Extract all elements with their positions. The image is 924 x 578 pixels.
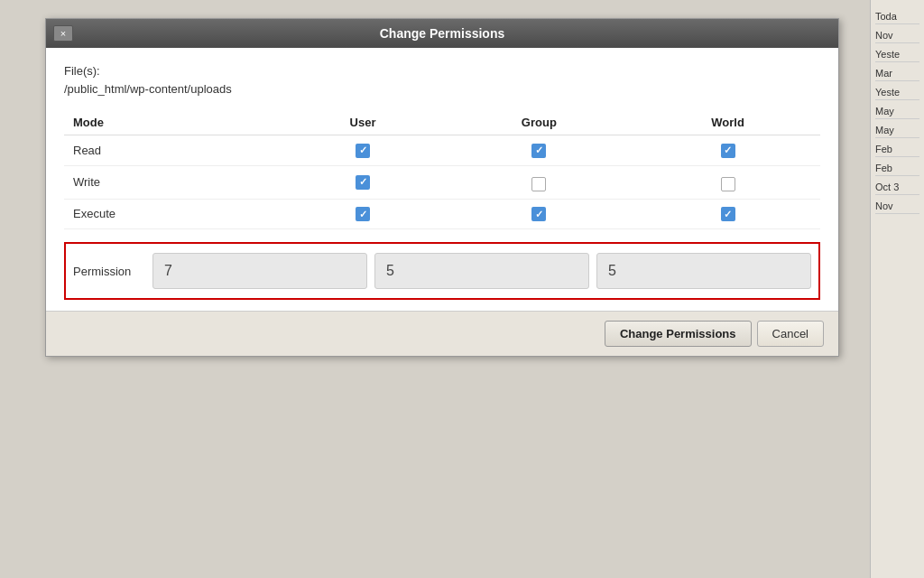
cell-read-world[interactable]: ✓ — [635, 135, 820, 166]
checkbox-write-world[interactable] — [721, 177, 735, 191]
sidebar-item-3: Yeste — [875, 47, 919, 62]
cell-read-user[interactable]: ✓ — [282, 135, 442, 166]
checkmark: ✓ — [359, 210, 367, 219]
close-button[interactable]: × — [53, 25, 73, 42]
dialog-body: File(s): /public_html/wp-content/uploads… — [46, 48, 838, 311]
permissions-table-container: Mode User Group World Read ✓ — [64, 110, 820, 229]
checkmark: ✓ — [535, 145, 543, 155]
sidebar-item-8: Feb — [875, 142, 919, 157]
file-path-label: File(s): /public_html/wp-content/uploads — [64, 62, 820, 98]
sidebar-item-4: Mar — [875, 66, 919, 81]
checkmark: ✓ — [359, 177, 367, 187]
cell-write-group[interactable] — [443, 165, 636, 199]
permission-inputs-row: Permission — [64, 242, 820, 300]
sidebar-item-2: Nov — [875, 28, 919, 43]
change-permissions-button[interactable]: Change Permissions — [605, 321, 752, 347]
dialog-title: Change Permissions — [380, 26, 505, 41]
col-header-group: Group — [443, 110, 636, 135]
col-header-world: World — [635, 110, 820, 135]
col-header-mode: Mode — [64, 110, 282, 135]
sidebar-item-5: Yeste — [875, 85, 919, 100]
row-label-write: Write — [64, 165, 282, 199]
sidebar-item-10: Oct 3 — [875, 180, 919, 195]
row-label-read: Read — [64, 135, 282, 166]
checkbox-execute-group[interactable]: ✓ — [531, 207, 546, 221]
checkbox-write-user[interactable]: ✓ — [356, 175, 370, 190]
sidebar-item-11: Nov — [875, 199, 919, 214]
checkbox-write-group[interactable] — [531, 177, 546, 191]
sidebar-right: Toda Nov Yeste Mar Yeste May May Feb Feb… — [870, 0, 924, 578]
cell-write-user[interactable]: ✓ — [282, 165, 442, 199]
table-row: Write ✓ — [64, 165, 820, 199]
change-permissions-dialog: × Change Permissions File(s): /public_ht… — [45, 18, 839, 357]
permission-user-input[interactable] — [152, 253, 367, 289]
permission-world-input[interactable] — [596, 253, 811, 289]
col-header-user: User — [282, 110, 442, 135]
cell-read-group[interactable]: ✓ — [443, 135, 636, 166]
table-row: Execute ✓ ✓ — [64, 199, 820, 229]
sidebar-item-6: May — [875, 104, 919, 119]
checkmark: ✓ — [535, 210, 543, 219]
dialog-footer: Change Permissions Cancel — [46, 311, 838, 356]
table-row: Read ✓ ✓ — [64, 135, 820, 166]
checkmark: ✓ — [724, 210, 732, 219]
checkmark: ✓ — [359, 145, 367, 155]
permission-label: Permission — [73, 265, 145, 278]
cancel-button[interactable]: Cancel — [757, 321, 824, 347]
checkbox-read-user[interactable]: ✓ — [356, 144, 370, 158]
cell-execute-user[interactable]: ✓ — [282, 199, 442, 229]
checkbox-read-group[interactable]: ✓ — [531, 144, 546, 158]
cell-execute-group[interactable]: ✓ — [443, 199, 636, 229]
checkmark: ✓ — [724, 145, 732, 155]
cell-execute-world[interactable]: ✓ — [635, 199, 820, 229]
dialog-titlebar: × Change Permissions — [46, 19, 838, 48]
row-label-execute: Execute — [64, 199, 282, 229]
checkbox-execute-user[interactable]: ✓ — [356, 207, 370, 221]
sidebar-item-1: Toda — [875, 9, 919, 24]
cell-write-world[interactable] — [635, 165, 820, 199]
checkbox-execute-world[interactable]: ✓ — [721, 207, 735, 221]
permission-group-input[interactable] — [374, 253, 589, 289]
sidebar-item-7: May — [875, 123, 919, 138]
sidebar-item-9: Feb — [875, 161, 919, 176]
permissions-table: Mode User Group World Read ✓ — [64, 110, 820, 229]
checkbox-read-world[interactable]: ✓ — [721, 144, 735, 158]
